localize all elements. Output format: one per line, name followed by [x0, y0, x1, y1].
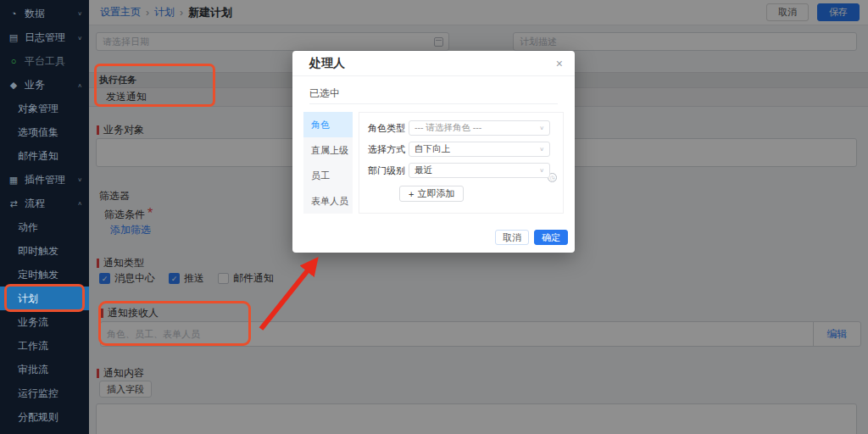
plugin-icon: ▦ — [8, 175, 19, 186]
sidebar-item-data[interactable]: ◔ 数据 ∨ — [0, 2, 89, 25]
dept-level-select[interactable]: 最近 ∨ — [409, 163, 550, 178]
close-icon[interactable]: × — [556, 58, 563, 70]
sidebar-item-label: 邮件通知 — [18, 149, 89, 164]
sidebar-item-assign-rules[interactable]: 分配规则 — [0, 405, 89, 429]
flow-icon: ⇄ — [8, 198, 19, 209]
add-now-label: 立即添加 — [417, 187, 454, 200]
sidebar-item-label: 数据 — [25, 7, 77, 21]
data-icon: ◔ — [8, 8, 19, 19]
plus-icon: + — [409, 189, 414, 199]
role-type-select[interactable]: --- 请选择角色 --- ∨ — [409, 120, 550, 136]
sidebar-item-log-management[interactable]: ▤ 日志管理 ∨ — [0, 25, 89, 49]
select-value: 自下向上 — [415, 143, 539, 155]
modal-title: 处理人 — [309, 56, 345, 71]
tab-form-personnel[interactable]: 表单人员 — [303, 188, 353, 214]
sidebar: ◔ 数据 ∨ ▤ 日志管理 ∨ ○ 平台工具 ◆ 业务 ∧ 对象管理 选项值集 … — [0, 0, 89, 434]
select-value: --- 请选择角色 --- — [415, 122, 539, 134]
sidebar-item-action[interactable]: 动作 — [0, 215, 89, 239]
chevron-down-icon: ∨ — [539, 125, 544, 131]
tab-employee[interactable]: 员工 — [303, 163, 353, 188]
sidebar-item-label: 动作 — [18, 220, 89, 235]
divider — [309, 103, 558, 104]
sidebar-item-process[interactable]: ⇄ 流程 ∧ — [0, 192, 89, 215]
sidebar-item-label: 流程 — [25, 197, 77, 211]
sidebar-item-label: 插件管理 — [25, 173, 77, 187]
sidebar-item-business-flow[interactable]: 业务流 — [0, 310, 89, 334]
modal-tab-list: 角色 直属上级 员工 表单人员 — [303, 112, 353, 214]
sidebar-item-label: 定时触发 — [18, 268, 89, 282]
dept-level-row: 部门级别 最近 ∨ — [359, 163, 550, 178]
sidebar-item-label: 分配规则 — [18, 410, 89, 425]
sidebar-item-instant-trigger[interactable]: 即时触发 — [0, 239, 89, 263]
tab-role[interactable]: 角色 — [303, 112, 353, 137]
chevron-down-icon: ∨ — [539, 167, 544, 173]
selected-label: 已选中 — [309, 86, 340, 101]
sidebar-item-label: 工作流 — [18, 339, 89, 353]
chevron-down-icon: ∨ — [77, 176, 82, 182]
chevron-up-icon: ∧ — [77, 81, 82, 87]
chevron-up-icon: ∧ — [77, 200, 82, 206]
sidebar-item-label: 运行监控 — [18, 387, 89, 401]
modal-cancel-button[interactable]: 取消 — [495, 230, 529, 245]
sidebar-item-option-sets[interactable]: 选项值集 — [0, 120, 89, 144]
modal-footer: 取消 确定 — [495, 230, 568, 245]
business-icon: ◆ — [8, 80, 19, 91]
sidebar-item-workflow[interactable]: 工作流 — [0, 334, 89, 358]
add-now-button[interactable]: + 立即添加 — [399, 186, 464, 202]
sidebar-item-object-management[interactable]: 对象管理 — [0, 97, 89, 120]
sidebar-item-business[interactable]: ◆ 业务 ∧ — [0, 73, 89, 97]
role-type-label: 角色类型 — [368, 122, 409, 135]
sidebar-item-label: 平台工具 — [25, 54, 89, 69]
log-icon: ▤ — [8, 32, 19, 43]
sidebar-item-platform-tools[interactable]: ○ 平台工具 — [0, 49, 89, 73]
dept-level-label: 部门级别 — [368, 164, 409, 177]
modal-form-panel: 角色类型 --- 请选择角色 --- ∨ 选择方式 自下向上 ∨ ◷ 部门级别 … — [359, 112, 564, 214]
sidebar-item-run-monitor[interactable]: 运行监控 — [0, 381, 89, 405]
select-mode-row: 选择方式 自下向上 ∨ ◷ — [359, 142, 550, 157]
sidebar-item-approval-flow[interactable]: 审批流 — [0, 358, 89, 381]
platform-tools-icon: ○ — [8, 56, 19, 66]
sidebar-item-label: 即时触发 — [18, 244, 89, 259]
select-value: 最近 — [415, 164, 539, 176]
sidebar-item-label: 业务流 — [18, 315, 89, 330]
handler-modal: 处理人 × 已选中 角色 直属上级 员工 表单人员 角色类型 --- 请选择角色… — [292, 51, 575, 253]
sidebar-item-timed-trigger[interactable]: 定时触发 — [0, 263, 89, 287]
chevron-down-icon: ∨ — [539, 146, 544, 152]
sidebar-item-label: 日志管理 — [25, 31, 77, 45]
sidebar-item-plugin-management[interactable]: ▦ 插件管理 ∨ — [0, 168, 89, 192]
sidebar-item-label: 选项值集 — [18, 125, 89, 140]
sidebar-item-mail-notify[interactable]: 邮件通知 — [0, 144, 89, 168]
sidebar-item-label: 业务 — [25, 78, 77, 92]
modal-header: 处理人 × — [292, 51, 575, 76]
select-mode-label: 选择方式 — [368, 143, 409, 156]
chevron-down-icon: ∨ — [77, 34, 82, 40]
select-mode-select[interactable]: 自下向上 ∨ — [409, 142, 550, 157]
tab-direct-superior[interactable]: 直属上级 — [303, 137, 353, 163]
sidebar-item-label: 计划 — [18, 292, 89, 306]
role-type-row: 角色类型 --- 请选择角色 --- ∨ — [359, 120, 550, 136]
app-screen: ◔ 数据 ∨ ▤ 日志管理 ∨ ○ 平台工具 ◆ 业务 ∧ 对象管理 选项值集 … — [0, 0, 868, 434]
sidebar-item-label: 对象管理 — [18, 102, 89, 116]
chevron-down-icon: ∨ — [77, 10, 82, 16]
sidebar-item-plan[interactable]: 计划 — [0, 287, 89, 310]
modal-confirm-button[interactable]: 确定 — [534, 230, 568, 245]
sidebar-item-label: 审批流 — [18, 363, 89, 377]
